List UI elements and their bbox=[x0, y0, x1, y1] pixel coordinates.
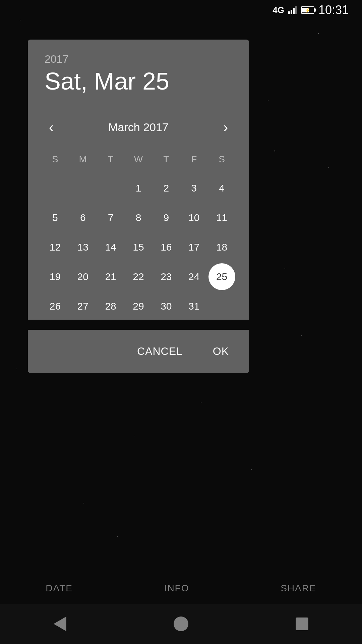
calendar-day-15[interactable]: 15 bbox=[125, 234, 153, 261]
date-picker-dialog: 2017 Sat, Mar 25 ‹ March 2017 › S M T W … bbox=[28, 40, 249, 373]
network-label: 4G bbox=[273, 5, 284, 15]
calendar-day-29[interactable]: 29 bbox=[125, 293, 153, 320]
calendar-day-27[interactable]: 27 bbox=[69, 293, 97, 320]
calendar-day-11[interactable]: 11 bbox=[208, 204, 236, 231]
calendar-day-6[interactable]: 6 bbox=[69, 204, 97, 231]
calendar-day-31[interactable]: 31 bbox=[180, 293, 208, 320]
day-header-sun: S bbox=[41, 151, 69, 168]
system-nav-bar bbox=[0, 604, 362, 644]
calendar-day-16[interactable]: 16 bbox=[152, 234, 180, 261]
calendar-day-7[interactable]: 7 bbox=[97, 204, 125, 231]
day-header-wed: W bbox=[125, 151, 153, 168]
calendar-day-12[interactable]: 12 bbox=[41, 234, 69, 261]
calendar-day-8[interactable]: 8 bbox=[125, 204, 153, 231]
tab-date[interactable]: DATE bbox=[46, 583, 73, 594]
calendar-day-24[interactable]: 24 bbox=[180, 263, 208, 290]
calendar-day-9[interactable]: 9 bbox=[152, 204, 180, 231]
dialog-actions: CANCEL OK bbox=[28, 330, 249, 373]
calendar-day-26[interactable]: 26 bbox=[41, 293, 69, 320]
calendar-day-2[interactable]: 2 bbox=[152, 175, 180, 202]
day-header-thu: T bbox=[152, 151, 180, 168]
calendar-day-20[interactable]: 20 bbox=[69, 263, 97, 290]
calendar-cell-empty bbox=[69, 175, 97, 202]
home-button[interactable] bbox=[174, 616, 188, 631]
calendar-day-28[interactable]: 28 bbox=[97, 293, 125, 320]
recents-icon bbox=[296, 618, 308, 630]
tab-info[interactable]: INFO bbox=[164, 583, 189, 594]
calendar-day-18[interactable]: 18 bbox=[208, 234, 236, 261]
calendar-day-5[interactable]: 5 bbox=[41, 204, 69, 231]
day-header-fri: F bbox=[180, 151, 208, 168]
day-header-sat: S bbox=[208, 151, 236, 168]
calendar-grid: S M T W T F S 1 2 3 4 5 6 7 bbox=[41, 151, 236, 320]
calendar-day-1[interactable]: 1 bbox=[125, 175, 153, 202]
month-label: March 2017 bbox=[108, 121, 169, 134]
calendar-cell-empty bbox=[41, 175, 69, 202]
calendar-day-19[interactable]: 19 bbox=[41, 263, 69, 290]
month-nav: ‹ March 2017 › bbox=[41, 117, 236, 137]
day-header-mon: M bbox=[69, 151, 97, 168]
back-button[interactable] bbox=[54, 616, 66, 631]
calendar-day-3[interactable]: 3 bbox=[180, 175, 208, 202]
status-bar: 4G ⚡ 10:31 bbox=[0, 0, 362, 20]
recents-button[interactable] bbox=[296, 618, 308, 630]
calendar-day-21[interactable]: 21 bbox=[97, 263, 125, 290]
day-header-tue: T bbox=[97, 151, 125, 168]
ok-button[interactable]: OK bbox=[203, 340, 239, 363]
day-headers: S M T W T F S bbox=[41, 151, 236, 168]
tab-share[interactable]: SHARE bbox=[281, 583, 316, 594]
calendar-cell-empty bbox=[97, 175, 125, 202]
dialog-header: 2017 Sat, Mar 25 bbox=[28, 40, 249, 107]
battery-icon: ⚡ bbox=[301, 6, 314, 14]
calendar-day-14[interactable]: 14 bbox=[97, 234, 125, 261]
calendar-day-4[interactable]: 4 bbox=[208, 175, 236, 202]
signal-bars-icon bbox=[288, 6, 297, 14]
dialog-selected-date: Sat, Mar 25 bbox=[45, 68, 232, 95]
dialog-body: ‹ March 2017 › S M T W T F S 1 bbox=[28, 107, 249, 320]
calendar-rows: 1 2 3 4 5 6 7 8 9 10 11 12 13 14 15 16 1… bbox=[41, 175, 236, 320]
prev-month-button[interactable]: ‹ bbox=[41, 117, 61, 137]
next-month-button[interactable]: › bbox=[216, 117, 236, 137]
back-icon bbox=[54, 616, 66, 631]
cancel-button[interactable]: CANCEL bbox=[127, 340, 193, 363]
status-icons: 4G ⚡ 10:31 bbox=[273, 3, 349, 17]
status-time: 10:31 bbox=[318, 3, 349, 17]
calendar-cell-empty bbox=[208, 293, 236, 320]
calendar-day-13[interactable]: 13 bbox=[69, 234, 97, 261]
dialog-year: 2017 bbox=[45, 53, 232, 65]
bottom-tabs: DATE INFO SHARE bbox=[0, 576, 362, 600]
calendar-day-10[interactable]: 10 bbox=[180, 204, 208, 231]
calendar-day-22[interactable]: 22 bbox=[125, 263, 153, 290]
home-icon bbox=[174, 616, 188, 631]
calendar-day-25-selected[interactable]: 25 bbox=[208, 263, 235, 290]
calendar-day-30[interactable]: 30 bbox=[152, 293, 180, 320]
calendar-day-23[interactable]: 23 bbox=[152, 263, 180, 290]
calendar-day-17[interactable]: 17 bbox=[180, 234, 208, 261]
